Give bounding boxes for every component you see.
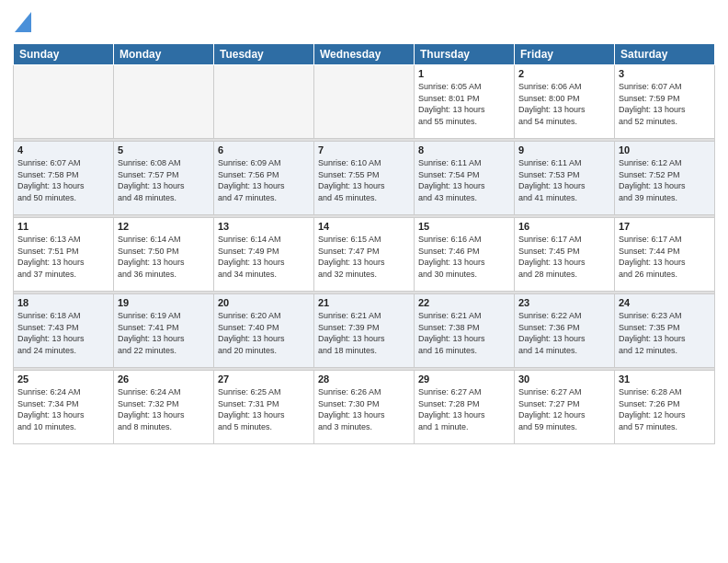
day-content: Sunrise: 6:11 AMSunset: 7:53 PMDaylight:…	[518, 157, 610, 203]
day-number: 12	[118, 221, 210, 232]
calendar-day: 2 Sunrise: 6:06 AMSunset: 8:00 PMDayligh…	[515, 65, 615, 139]
day-content: Sunrise: 6:07 AMSunset: 7:58 PMDaylight:…	[17, 157, 109, 203]
calendar-header-row: SundayMondayTuesdayWednesdayThursdayFrid…	[14, 44, 715, 65]
day-content: Sunrise: 6:11 AMSunset: 7:54 PMDaylight:…	[418, 157, 510, 203]
calendar-day: 28 Sunrise: 6:26 AMSunset: 7:30 PMDaylig…	[314, 371, 415, 444]
day-content: Sunrise: 6:17 AMSunset: 7:44 PMDaylight:…	[619, 234, 711, 280]
day-number: 17	[619, 221, 711, 232]
day-content: Sunrise: 6:13 AMSunset: 7:51 PMDaylight:…	[17, 234, 109, 280]
calendar-header-saturday: Saturday	[615, 44, 715, 65]
day-number: 16	[518, 221, 610, 232]
day-number: 23	[518, 297, 610, 308]
calendar-header-tuesday: Tuesday	[214, 44, 314, 65]
calendar-day: 18 Sunrise: 6:18 AMSunset: 7:43 PMDaylig…	[14, 294, 114, 368]
calendar-day: 27 Sunrise: 6:25 AMSunset: 7:31 PMDaylig…	[214, 371, 314, 444]
calendar-week-row: 25 Sunrise: 6:24 AMSunset: 7:34 PMDaylig…	[14, 371, 715, 444]
calendar-day: 21 Sunrise: 6:21 AMSunset: 7:39 PMDaylig…	[314, 294, 415, 368]
day-number: 6	[218, 144, 310, 155]
day-content: Sunrise: 6:26 AMSunset: 7:30 PMDaylight:…	[318, 386, 410, 432]
day-number: 25	[17, 373, 109, 385]
calendar-header-friday: Friday	[515, 44, 615, 65]
day-number: 30	[518, 373, 610, 385]
calendar-day: 8 Sunrise: 6:11 AMSunset: 7:54 PMDayligh…	[415, 142, 515, 215]
calendar-day: 30 Sunrise: 6:27 AMSunset: 7:27 PMDaylig…	[515, 371, 615, 444]
day-content: Sunrise: 6:09 AMSunset: 7:56 PMDaylight:…	[218, 157, 310, 203]
day-number: 7	[318, 144, 410, 155]
day-number: 20	[218, 297, 310, 308]
day-content: Sunrise: 6:21 AMSunset: 7:38 PMDaylight:…	[418, 310, 510, 356]
day-number: 19	[118, 297, 210, 308]
calendar-week-row: 4 Sunrise: 6:07 AMSunset: 7:58 PMDayligh…	[14, 142, 715, 215]
calendar-day: 4 Sunrise: 6:07 AMSunset: 7:58 PMDayligh…	[14, 142, 114, 215]
calendar-day	[214, 65, 314, 139]
day-number: 27	[218, 373, 310, 385]
calendar-table: SundayMondayTuesdayWednesdayThursdayFrid…	[13, 43, 715, 444]
calendar-day: 22 Sunrise: 6:21 AMSunset: 7:38 PMDaylig…	[415, 294, 515, 368]
calendar-header-wednesday: Wednesday	[314, 44, 415, 65]
calendar-header-sunday: Sunday	[14, 44, 114, 65]
day-content: Sunrise: 6:15 AMSunset: 7:47 PMDaylight:…	[318, 234, 410, 280]
calendar-day: 16 Sunrise: 6:17 AMSunset: 7:45 PMDaylig…	[515, 218, 615, 292]
calendar-day: 7 Sunrise: 6:10 AMSunset: 7:55 PMDayligh…	[314, 142, 415, 215]
day-content: Sunrise: 6:24 AMSunset: 7:32 PMDaylight:…	[118, 386, 210, 432]
calendar-day: 1 Sunrise: 6:05 AMSunset: 8:01 PMDayligh…	[415, 65, 515, 139]
day-content: Sunrise: 6:25 AMSunset: 7:31 PMDaylight:…	[218, 386, 310, 432]
calendar-header-monday: Monday	[114, 44, 214, 65]
day-content: Sunrise: 6:07 AMSunset: 7:59 PMDaylight:…	[619, 81, 711, 127]
logo-triangle-icon	[15, 12, 31, 32]
calendar-day: 29 Sunrise: 6:27 AMSunset: 7:28 PMDaylig…	[415, 371, 515, 444]
calendar-day: 31 Sunrise: 6:28 AMSunset: 7:26 PMDaylig…	[615, 371, 715, 444]
calendar-day: 14 Sunrise: 6:15 AMSunset: 7:47 PMDaylig…	[314, 218, 415, 292]
day-number: 29	[418, 373, 510, 385]
day-content: Sunrise: 6:18 AMSunset: 7:43 PMDaylight:…	[17, 310, 109, 356]
day-number: 24	[619, 297, 711, 308]
day-number: 5	[118, 144, 210, 155]
day-content: Sunrise: 6:06 AMSunset: 8:00 PMDaylight:…	[518, 81, 610, 127]
calendar-day: 26 Sunrise: 6:24 AMSunset: 7:32 PMDaylig…	[114, 371, 214, 444]
day-number: 28	[318, 373, 410, 385]
day-content: Sunrise: 6:12 AMSunset: 7:52 PMDaylight:…	[619, 157, 711, 203]
calendar-week-row: 11 Sunrise: 6:13 AMSunset: 7:51 PMDaylig…	[14, 218, 715, 292]
logo	[13, 9, 31, 36]
page: SundayMondayTuesdayWednesdayThursdayFrid…	[0, 0, 728, 563]
calendar-day: 6 Sunrise: 6:09 AMSunset: 7:56 PMDayligh…	[214, 142, 314, 215]
day-content: Sunrise: 6:27 AMSunset: 7:27 PMDaylight:…	[518, 386, 610, 432]
calendar-day: 24 Sunrise: 6:23 AMSunset: 7:35 PMDaylig…	[615, 294, 715, 368]
day-number: 4	[17, 144, 109, 155]
day-number: 8	[418, 144, 510, 155]
day-content: Sunrise: 6:23 AMSunset: 7:35 PMDaylight:…	[619, 310, 711, 356]
calendar-day	[114, 65, 214, 139]
calendar-day: 20 Sunrise: 6:20 AMSunset: 7:40 PMDaylig…	[214, 294, 314, 368]
calendar-day	[314, 65, 415, 139]
calendar-day: 5 Sunrise: 6:08 AMSunset: 7:57 PMDayligh…	[114, 142, 214, 215]
calendar-day: 13 Sunrise: 6:14 AMSunset: 7:49 PMDaylig…	[214, 218, 314, 292]
calendar-day: 11 Sunrise: 6:13 AMSunset: 7:51 PMDaylig…	[14, 218, 114, 292]
day-content: Sunrise: 6:10 AMSunset: 7:55 PMDaylight:…	[318, 157, 410, 203]
day-number: 9	[518, 144, 610, 155]
day-number: 15	[418, 221, 510, 232]
svg-marker-0	[15, 12, 31, 32]
day-content: Sunrise: 6:22 AMSunset: 7:36 PMDaylight:…	[518, 310, 610, 356]
calendar-week-row: 1 Sunrise: 6:05 AMSunset: 8:01 PMDayligh…	[14, 65, 715, 139]
header	[13, 9, 715, 36]
calendar-day: 17 Sunrise: 6:17 AMSunset: 7:44 PMDaylig…	[615, 218, 715, 292]
day-number: 1	[418, 68, 510, 79]
calendar-day: 9 Sunrise: 6:11 AMSunset: 7:53 PMDayligh…	[515, 142, 615, 215]
calendar-day: 10 Sunrise: 6:12 AMSunset: 7:52 PMDaylig…	[615, 142, 715, 215]
calendar-header-thursday: Thursday	[415, 44, 515, 65]
day-number: 13	[218, 221, 310, 232]
calendar-day: 25 Sunrise: 6:24 AMSunset: 7:34 PMDaylig…	[14, 371, 114, 444]
day-number: 11	[17, 221, 109, 232]
calendar-day: 3 Sunrise: 6:07 AMSunset: 7:59 PMDayligh…	[615, 65, 715, 139]
day-number: 22	[418, 297, 510, 308]
day-content: Sunrise: 6:17 AMSunset: 7:45 PMDaylight:…	[518, 234, 610, 280]
day-content: Sunrise: 6:05 AMSunset: 8:01 PMDaylight:…	[418, 81, 510, 127]
day-content: Sunrise: 6:14 AMSunset: 7:49 PMDaylight:…	[218, 234, 310, 280]
day-content: Sunrise: 6:20 AMSunset: 7:40 PMDaylight:…	[218, 310, 310, 356]
day-number: 31	[619, 373, 711, 385]
calendar-day: 19 Sunrise: 6:19 AMSunset: 7:41 PMDaylig…	[114, 294, 214, 368]
day-number: 21	[318, 297, 410, 308]
day-content: Sunrise: 6:28 AMSunset: 7:26 PMDaylight:…	[619, 386, 711, 432]
day-number: 26	[118, 373, 210, 385]
calendar-day	[14, 65, 114, 139]
